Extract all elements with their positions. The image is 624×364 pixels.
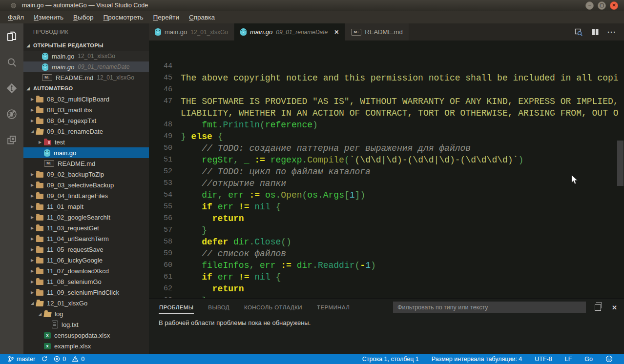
tab-close-icon[interactable]: ✕ bbox=[334, 29, 339, 36]
tree-item[interactable]: ▶08_03_madLibs bbox=[23, 104, 149, 115]
eol[interactable]: LF bbox=[559, 356, 579, 363]
close-panel-icon[interactable]: ✕ bbox=[612, 304, 617, 311]
tree-item[interactable]: ▶09_03_selectiveBackup bbox=[23, 180, 149, 190]
panel-tab[interactable]: ТЕРМИНАЛ bbox=[316, 301, 350, 314]
maximize-button[interactable]: ▢ bbox=[598, 1, 606, 10]
open-preview-icon[interactable] bbox=[574, 28, 583, 37]
chevron-right-icon: ▶ bbox=[28, 97, 36, 101]
tree-item[interactable]: ▶11_08_seleniumGo bbox=[23, 276, 149, 287]
code-line[interactable]: 46 bbox=[149, 84, 624, 96]
tree-item[interactable]: M↓README.md bbox=[23, 158, 149, 169]
status-label: 0 bbox=[81, 356, 84, 363]
tree-item[interactable]: ▶08_04_regexpTxt bbox=[23, 115, 149, 126]
code-line[interactable]: 58 defer dir.Close() bbox=[149, 236, 624, 248]
code-token: fmt bbox=[202, 120, 217, 130]
code-line[interactable]: 56 return bbox=[149, 213, 624, 224]
line-number: 53 bbox=[149, 178, 172, 189]
tree-item[interactable]: ▶11_07_downloadXkcd bbox=[23, 265, 149, 276]
minimize-button[interactable]: – bbox=[585, 1, 594, 10]
encoding[interactable]: UTF-8 bbox=[528, 356, 558, 363]
open-editors-header[interactable]: ◢ ОТКРЫТЫЕ РЕДАКТОРЫ bbox=[23, 40, 149, 51]
problems-filter-input[interactable] bbox=[393, 302, 586, 313]
explorer-icon[interactable] bbox=[5, 30, 18, 43]
code-line[interactable]: 53 //открытие папки bbox=[149, 178, 624, 189]
code-line[interactable]: 61 if err != nil { bbox=[149, 271, 624, 283]
tree-item[interactable]: xcensuspopdata.xlsx bbox=[23, 330, 149, 341]
status-sync[interactable] bbox=[38, 356, 51, 362]
source-control-icon[interactable] bbox=[5, 82, 18, 95]
more-actions-icon[interactable]: ··· bbox=[607, 28, 616, 37]
maximize-panel-icon[interactable] bbox=[595, 304, 601, 311]
tree-item[interactable]: xexample.xlsx bbox=[23, 341, 149, 351]
code-editor[interactable]: 4445The above copyright notice and this … bbox=[149, 40, 624, 298]
code-line[interactable]: 47THE SOFTWARE IS PROVIDED "AS IS", WITH… bbox=[149, 96, 624, 107]
code-line[interactable]: 48 fmt.Println(reference) bbox=[149, 119, 624, 131]
tab-size[interactable]: Размер интервала табуляции: 4 bbox=[425, 356, 528, 363]
menu-item[interactable]: Файл bbox=[3, 14, 29, 21]
tree-item[interactable]: ▶09_04_findLargeFiles bbox=[23, 190, 149, 201]
code-line[interactable]: 44 bbox=[149, 61, 624, 72]
tree-item[interactable]: log.txt bbox=[23, 319, 149, 330]
menu-mnemonic: В bbox=[73, 14, 78, 21]
tree-item[interactable]: ◢09_01_renameDate bbox=[23, 126, 149, 137]
tree-item[interactable]: ▶11_06_luckyGoogle bbox=[23, 255, 149, 265]
code-line[interactable]: LIABILITY, WHETHER IN AN ACTION OF CONTR… bbox=[149, 107, 624, 119]
code-line[interactable]: 63 } bbox=[149, 295, 624, 298]
code-line[interactable]: 62 return bbox=[149, 283, 624, 295]
status-git-branch[interactable]: master bbox=[5, 356, 38, 363]
tree-item[interactable]: ▶test bbox=[23, 137, 149, 147]
code-line[interactable]: 59 // список файлов bbox=[149, 248, 624, 260]
code-line[interactable]: 45The above copyright notice and this pe… bbox=[149, 72, 624, 84]
tree-item[interactable]: ▶11_03_requestGet bbox=[23, 222, 149, 233]
panel-tab[interactable]: ПРОБЛЕМЫ bbox=[159, 301, 194, 314]
markdown-file-icon: M↓ bbox=[351, 29, 361, 36]
code-line[interactable]: 52 // TODO: цикл по файлам каталога bbox=[149, 166, 624, 178]
tree-item[interactable]: ▶11_09_seleniumFindClick bbox=[23, 287, 149, 298]
menu-item[interactable]: Просмотреть bbox=[99, 14, 148, 21]
open-editor-item[interactable]: M↓README.md12_01_xlsxGo bbox=[23, 72, 149, 83]
editor-tab[interactable]: M↓README.md bbox=[345, 23, 409, 40]
language-mode[interactable]: Go bbox=[578, 356, 599, 363]
status-error[interactable]: 0 bbox=[51, 356, 69, 363]
code-token: ]) bbox=[355, 190, 366, 200]
editor-scrollbar[interactable] bbox=[617, 141, 624, 186]
tree-item[interactable]: ◢log bbox=[23, 308, 149, 319]
open-editor-item[interactable]: main.go09_01_renameDate bbox=[23, 61, 149, 72]
tree-item-label: 08_03_madLibs bbox=[47, 106, 92, 114]
tree-item[interactable]: ▶11_01_mapIt bbox=[23, 201, 149, 212]
menu-item[interactable]: Выбор bbox=[68, 14, 98, 21]
close-button[interactable]: ✕ bbox=[610, 1, 618, 10]
status-warning[interactable]: 0 bbox=[69, 356, 87, 363]
panel-tab[interactable]: ВЫВОД bbox=[208, 301, 230, 314]
editor-tab[interactable]: main.go09_01_renameDate✕ bbox=[234, 23, 345, 40]
tree-item[interactable]: ▶09_02_backupToZip bbox=[23, 169, 149, 180]
menu-item[interactable]: Справка bbox=[184, 14, 220, 21]
split-editor-icon[interactable] bbox=[591, 28, 600, 37]
code-token: `(\d\d|\d)-(\d\d|\d)-(\d\d\d\d)` bbox=[350, 155, 519, 165]
tree-item[interactable]: ▶11_05_requestSave bbox=[23, 244, 149, 255]
menu-item[interactable]: Изменить bbox=[29, 14, 68, 21]
tree-item[interactable]: ▶08_02_multiClipBoard bbox=[23, 94, 149, 104]
cursor-position[interactable]: Строка 1, столбец 1 bbox=[356, 356, 425, 363]
code-line[interactable]: 60 fileInfos, err := dir.Readdir(-1) bbox=[149, 260, 624, 271]
code-line[interactable]: 50 // TODO: создание паттерна рег выраже… bbox=[149, 142, 624, 154]
panel-tab[interactable]: КОНСОЛЬ ОТЛАДКИ bbox=[244, 301, 303, 314]
feedback-smiley[interactable] bbox=[599, 355, 619, 363]
debug-icon[interactable] bbox=[5, 108, 18, 121]
code-line[interactable]: 54 dir, err := os.Open(os.Args[1]) bbox=[149, 189, 624, 201]
code-line[interactable]: 55 if err != nil { bbox=[149, 201, 624, 213]
workspace-header[interactable]: ◢ AUTOMATEGO bbox=[23, 83, 149, 94]
menu-item[interactable]: Перейти bbox=[148, 14, 185, 21]
code-line[interactable]: 51 regStr, _ := regexp.Compile(`(\d\d|\d… bbox=[149, 154, 624, 166]
extensions-icon[interactable] bbox=[5, 134, 18, 146]
search-icon[interactable] bbox=[5, 56, 18, 69]
tree-item[interactable]: ◢12_01_xlsxGo bbox=[23, 298, 149, 308]
tree-item[interactable]: ▶11_04_urlSearchTerm bbox=[23, 233, 149, 244]
open-editor-item[interactable]: main.go12_01_xlsxGo bbox=[23, 51, 149, 61]
editor-tab[interactable]: main.go12_01_xlsxGo bbox=[149, 23, 234, 40]
open-editor-label: main.go bbox=[52, 53, 74, 60]
tree-item[interactable]: ▶11_02_googleSearchIt bbox=[23, 212, 149, 222]
code-line[interactable]: 49} else { bbox=[149, 131, 624, 142]
code-line[interactable]: 57 } bbox=[149, 224, 624, 236]
tree-item[interactable]: main.go bbox=[23, 147, 149, 158]
